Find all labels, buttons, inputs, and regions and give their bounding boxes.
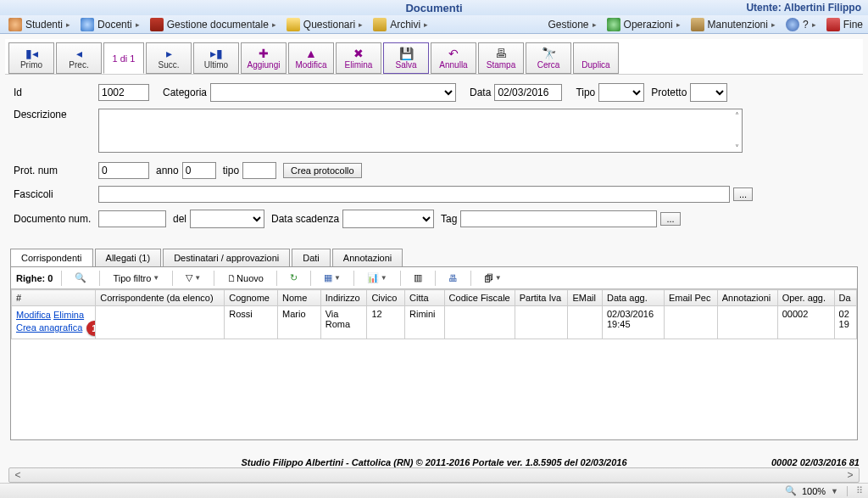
menu-questionari[interactable]: Questionari▸: [281, 15, 368, 33]
tab-annotazioni[interactable]: Annotazioni: [332, 249, 403, 266]
zoom-dropdown-icon[interactable]: ▼: [831, 487, 838, 495]
status-bar: 🔍 100% ▼ ⠿: [0, 483, 868, 498]
row-create-anagrafica-link[interactable]: Crea anagrafica: [16, 322, 82, 333]
col-civico[interactable]: Civico: [367, 290, 405, 306]
grid-view-dropdown[interactable]: ▦▼: [320, 271, 345, 285]
edit-button[interactable]: ▲Modifica: [288, 42, 334, 74]
menu-fine[interactable]: Fine: [821, 15, 868, 33]
prev-button[interactable]: ◂Prec.: [56, 42, 102, 74]
scadenza-select[interactable]: [342, 210, 434, 228]
record-toolbar: ▮◂Primo ◂Prec. 1 di 1 ▸Succ. ▸▮Ultimo ✚A…: [5, 39, 863, 75]
tabs-row: Corrispondenti Allegati (1) Destinatari …: [10, 249, 854, 266]
anno-field[interactable]: [182, 162, 216, 179]
tipo-select[interactable]: [598, 83, 644, 102]
page-indicator: 1 di 1: [103, 42, 144, 74]
del-select[interactable]: [190, 210, 264, 228]
tipo2-label: tipo: [223, 165, 239, 176]
data-label: Data: [470, 87, 491, 98]
first-button[interactable]: ▮◂Primo: [8, 42, 54, 74]
col-dataagg[interactable]: Data agg.: [603, 290, 665, 306]
next-button[interactable]: ▸Succ.: [146, 42, 192, 74]
col-piva[interactable]: Partita Iva: [515, 290, 568, 306]
search-button[interactable]: 🔭Cerca: [526, 42, 571, 74]
scroll-up-icon[interactable]: ˄: [735, 111, 739, 120]
data-field[interactable]: [494, 84, 562, 101]
new-row-button[interactable]: 🗋 Nuovo: [223, 271, 268, 285]
menu-manutenzioni[interactable]: Manutenzioni▸: [686, 15, 781, 33]
menu-gestione[interactable]: Gestione▸: [543, 15, 602, 33]
menu-docenti[interactable]: Docenti▸: [75, 15, 145, 33]
col-citta[interactable]: Citta: [405, 290, 445, 306]
col-email[interactable]: EMail: [568, 290, 603, 306]
tab-allegati[interactable]: Allegati (1): [95, 249, 162, 266]
col-corrispondente[interactable]: Corrispondente (da elenco): [96, 290, 225, 306]
tab-dati[interactable]: Dati: [292, 249, 331, 266]
menu-operazioni[interactable]: Operazioni▸: [602, 15, 686, 33]
scroll-left-icon[interactable]: <: [9, 469, 26, 481]
cell-piva: [515, 306, 568, 339]
col-da[interactable]: Da: [834, 290, 856, 306]
row-delete-link[interactable]: Elimina: [53, 310, 84, 320]
doc-management-icon: [150, 18, 164, 31]
last-button[interactable]: ▸▮Ultimo: [193, 42, 239, 74]
menu-gestione-documentale[interactable]: Gestione documentale▸: [145, 15, 281, 33]
menu-studenti[interactable]: Studenti▸: [3, 15, 75, 33]
teachers-icon: [81, 18, 94, 31]
columns-button[interactable]: ▥: [409, 271, 426, 285]
protnum-field[interactable]: [98, 162, 149, 179]
tag-browse-button[interactable]: ...: [660, 212, 680, 226]
col-operagg[interactable]: Oper. agg.: [777, 290, 834, 306]
print-grid-button[interactable]: 🖶: [444, 271, 462, 285]
col-cf[interactable]: Codice Fiscale: [444, 290, 515, 306]
menu-help[interactable]: ?▸: [781, 15, 821, 33]
scroll-down-icon[interactable]: ˅: [735, 143, 739, 153]
tab-destinatari[interactable]: Destinatari / approvazioni: [163, 249, 290, 266]
title-bar: Documenti Utente: Albertini Filippo: [0, 0, 868, 15]
save-button[interactable]: 💾Salva: [383, 42, 429, 74]
resize-grip-icon[interactable]: ⠿: [856, 485, 863, 496]
col-cognome[interactable]: Cognome: [225, 290, 278, 306]
filter-type-dropdown[interactable]: Tipo filtro▼: [108, 271, 164, 285]
undo-button[interactable]: ↶Annulla: [431, 42, 476, 74]
menu-archivi[interactable]: Archivi▸: [368, 15, 433, 33]
fascicoli-field[interactable]: [98, 186, 730, 203]
protnum-label: Prot. num: [14, 165, 98, 176]
tag-field[interactable]: [460, 210, 657, 227]
refresh-button[interactable]: ↻: [286, 271, 302, 285]
descrizione-field[interactable]: [98, 109, 743, 153]
cell-dataagg: 02/03/2016 19:45: [603, 306, 665, 339]
more-dropdown[interactable]: 🗐▼: [480, 271, 506, 285]
chevron-right-icon: ▸: [424, 20, 428, 29]
protetto-select[interactable]: [690, 83, 727, 102]
print-button[interactable]: 🖶Stampa: [478, 42, 524, 74]
col-hash[interactable]: #: [12, 290, 96, 306]
id-field[interactable]: [98, 84, 149, 101]
page-title: Documenti: [405, 2, 462, 14]
edit-icon: ▲: [305, 47, 317, 60]
col-indirizzo[interactable]: Indirizzo: [320, 290, 367, 306]
col-emailpec[interactable]: Email Pec: [664, 290, 717, 306]
duplicate-button[interactable]: Duplica: [573, 42, 619, 74]
chevron-down-icon: ▼: [495, 274, 502, 282]
zoom-magnifier-icon[interactable]: 🔍: [785, 485, 797, 496]
col-annotazioni[interactable]: Annotazioni: [717, 290, 777, 306]
grid-search-button[interactable]: 🔍: [70, 271, 91, 285]
horizontal-scrollbar[interactable]: < >: [8, 467, 860, 483]
scroll-right-icon[interactable]: >: [842, 469, 859, 481]
tipo2-field[interactable]: [242, 162, 276, 179]
fascicoli-browse-button[interactable]: ...: [733, 187, 753, 201]
crea-protocollo-button[interactable]: Crea protocollo: [283, 163, 362, 178]
categoria-select[interactable]: [210, 83, 456, 102]
export-dropdown[interactable]: 📊▼: [363, 271, 392, 285]
row-edit-link[interactable]: Modifica: [16, 310, 51, 320]
grid-toolbar: Righe: 0 🔍 Tipo filtro▼ ▽▼ 🗋 Nuovo ↻ ▦▼ …: [11, 267, 857, 289]
footer-text: Studio Filippo Albertini - Cattolica (RN…: [241, 457, 626, 467]
filter-funnel-button[interactable]: ▽▼: [181, 271, 205, 285]
add-button[interactable]: ✚Aggiungi: [241, 42, 287, 74]
tab-corrispondenti[interactable]: Corrispondenti: [10, 249, 93, 266]
delete-button[interactable]: ✖Elimina: [336, 42, 381, 74]
row-badge: 1: [86, 321, 95, 336]
table-row[interactable]: Modifica Elimina Crea anagrafica 1 Rossi…: [12, 306, 857, 339]
docnum-field[interactable]: [98, 210, 166, 227]
col-nome[interactable]: Nome: [278, 290, 321, 306]
